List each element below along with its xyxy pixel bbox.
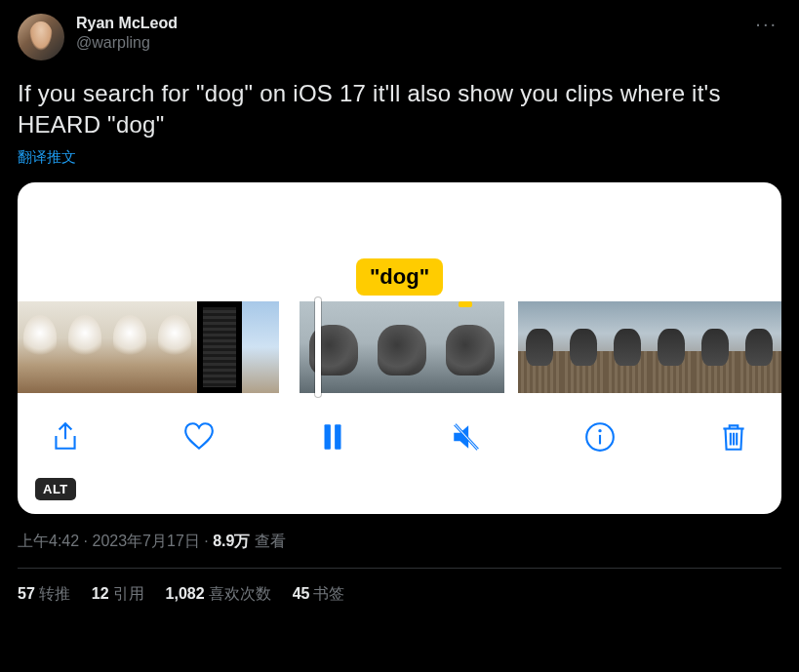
meta-sep: · xyxy=(200,533,213,549)
tweet-time[interactable]: 上午4:42 xyxy=(18,533,79,549)
heart-icon[interactable] xyxy=(180,418,218,455)
tweet-header: Ryan McLeod @warpling ··· xyxy=(18,14,781,60)
retweets-label: 转推 xyxy=(39,585,70,602)
clip-thumb[interactable] xyxy=(436,301,504,393)
clip-group-1 xyxy=(18,301,279,393)
quotes-label: 引用 xyxy=(113,585,144,602)
clip-thumb[interactable] xyxy=(242,301,279,393)
tweet-stats: 57转推 12引用 1,082喜欢次数 45书签 xyxy=(18,569,781,605)
clip-gap xyxy=(504,301,518,393)
clip-thumb[interactable] xyxy=(562,301,606,393)
bookmarks-stat[interactable]: 45书签 xyxy=(293,584,345,605)
mute-icon[interactable] xyxy=(448,418,485,455)
clip-thumb[interactable] xyxy=(62,301,107,393)
clip-thumb[interactable] xyxy=(197,301,242,393)
clip-thumb[interactable] xyxy=(518,301,562,393)
clip-thumb[interactable] xyxy=(107,301,152,393)
info-icon[interactable] xyxy=(581,418,619,455)
user-handle[interactable]: @warpling xyxy=(76,33,751,53)
clip-thumb[interactable] xyxy=(606,301,650,393)
likes-stat[interactable]: 1,082喜欢次数 xyxy=(166,584,271,605)
retweets-count: 57 xyxy=(18,585,35,602)
clip-group-2 xyxy=(300,301,504,393)
display-name[interactable]: Ryan McLeod xyxy=(76,14,751,33)
views-count: 8.9万 xyxy=(213,533,250,549)
trash-icon[interactable] xyxy=(715,418,752,455)
clip-thumb[interactable] xyxy=(694,301,738,393)
translate-link[interactable]: 翻译推文 xyxy=(18,148,781,167)
alt-badge[interactable]: ALT xyxy=(35,478,76,500)
quotes-stat[interactable]: 12引用 xyxy=(92,584,144,605)
video-scrubber[interactable] xyxy=(18,301,781,393)
quotes-count: 12 xyxy=(92,585,109,602)
clip-thumb[interactable] xyxy=(738,301,781,393)
share-icon[interactable] xyxy=(47,418,84,455)
bookmarks-count: 45 xyxy=(293,585,310,602)
playhead[interactable] xyxy=(315,297,321,397)
clip-thumb[interactable] xyxy=(152,301,197,393)
clip-thumb[interactable] xyxy=(18,301,62,393)
more-button[interactable]: ··· xyxy=(751,14,781,33)
pause-icon[interactable] xyxy=(314,418,351,455)
likes-count: 1,082 xyxy=(166,585,205,602)
meta-sep: · xyxy=(79,533,92,549)
svg-rect-1 xyxy=(335,424,340,450)
tweet-meta: 上午4:42 · 2023年7月17日 · 8.9万 查看 xyxy=(18,532,781,552)
avatar[interactable] xyxy=(18,14,64,60)
caption-marker xyxy=(459,301,472,307)
clip-group-3 xyxy=(518,301,781,393)
caption-bubble: "dog" xyxy=(356,258,443,296)
likes-label: 喜欢次数 xyxy=(209,585,271,602)
views-label: 查看 xyxy=(250,533,285,549)
tweet-date[interactable]: 2023年7月17日 xyxy=(92,533,199,549)
svg-point-5 xyxy=(598,429,601,432)
clip-thumb[interactable] xyxy=(650,301,694,393)
media-toolbar xyxy=(18,393,781,475)
bookmarks-label: 书签 xyxy=(313,585,344,602)
user-block: Ryan McLeod @warpling xyxy=(76,14,751,53)
tweet-media[interactable]: "dog" xyxy=(18,182,781,514)
clip-thumb[interactable] xyxy=(368,301,436,393)
clip-thumb[interactable] xyxy=(300,301,368,393)
svg-rect-0 xyxy=(325,424,331,450)
clip-gap xyxy=(279,301,300,393)
tweet-container: Ryan McLeod @warpling ··· If you search … xyxy=(0,0,799,605)
caption-bubble-wrap: "dog" xyxy=(18,260,781,296)
tweet-text: If you search for "dog" on iOS 17 it'll … xyxy=(18,78,781,140)
retweets-stat[interactable]: 57转推 xyxy=(18,584,70,605)
media-whitespace xyxy=(18,182,781,260)
